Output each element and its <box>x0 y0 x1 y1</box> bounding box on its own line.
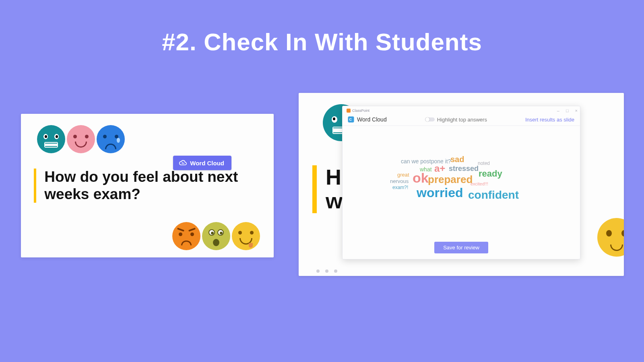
smile-face-icon <box>67 125 95 153</box>
question-text-right: H w <box>326 165 342 213</box>
slide-controls <box>316 269 337 273</box>
word-cloud-popup: ClassPoint – □ × C Word Cloud Highlight … <box>342 106 580 259</box>
emoji-row-top <box>37 125 125 153</box>
cloud-word: a+ <box>434 163 445 174</box>
accent-bar <box>34 169 36 203</box>
question-block-right: H w <box>312 165 342 213</box>
cloud-icon <box>179 159 187 167</box>
word-cloud-area: can we postpone it?sadwhata+stressednote… <box>343 126 580 242</box>
popup-app-name: ClassPoint <box>352 109 369 113</box>
word-cloud-chip[interactable]: C Word Cloud <box>347 116 387 123</box>
emoji-peek <box>597 218 624 258</box>
accent-bar <box>312 165 317 213</box>
word-cloud-button-label: Word Cloud <box>190 160 224 167</box>
popup-toolbar: C Word Cloud Highlight top answers Inser… <box>343 114 580 126</box>
left-slide: Word Cloud How do you feel about next we… <box>21 114 274 257</box>
window-maximize-icon[interactable]: □ <box>566 108 569 113</box>
grimace-face-icon <box>37 125 65 153</box>
cloud-word: nervous <box>390 178 409 184</box>
cloud-word: great <box>397 172 409 178</box>
question-block: How do you feel about next weeks exam? <box>34 169 251 203</box>
word-cloud-icon: C <box>347 116 355 123</box>
page-title: #2. Check In With Students <box>0 28 644 56</box>
happy-face-icon <box>597 218 624 257</box>
highlight-label: Highlight top answers <box>437 117 487 123</box>
cloud-word: confident <box>468 189 519 202</box>
happy-face-icon <box>232 222 260 250</box>
cloud-word: noted <box>478 160 490 166</box>
right-slide: H w ClassPoint – □ × C Word Cloud <box>299 93 624 276</box>
chip-label: Word Cloud <box>357 116 387 123</box>
cloud-word: excited!!! <box>471 181 488 186</box>
svg-rect-0 <box>347 109 351 113</box>
save-for-review-button[interactable]: Save for review <box>434 242 488 253</box>
toggle-icon <box>425 117 435 121</box>
sad-face-icon <box>97 125 125 153</box>
insert-results-link[interactable]: Insert results as slide <box>525 117 574 123</box>
window-close-icon[interactable]: × <box>575 108 578 113</box>
app-logo-icon <box>347 109 351 113</box>
question-text: How do you feel about next weeks exam? <box>44 169 251 203</box>
emoji-row-bottom <box>172 222 260 250</box>
popup-titlebar: ClassPoint – □ × <box>343 106 580 114</box>
cloud-word: ok <box>413 170 429 186</box>
highlight-toggle[interactable]: Highlight top answers <box>425 117 487 123</box>
cloud-word: worried <box>417 185 463 200</box>
cloud-word: ready <box>479 169 502 179</box>
surprised-face-icon <box>202 222 230 250</box>
angry-face-icon <box>172 222 200 250</box>
cloud-word: sad <box>450 155 464 164</box>
cloud-word: exam?! <box>392 185 408 190</box>
window-minimize-icon[interactable]: – <box>557 108 559 113</box>
popup-footer: Save for review <box>343 242 580 259</box>
cloud-word: prepared <box>428 173 473 186</box>
word-cloud-button[interactable]: Word Cloud <box>173 156 231 170</box>
cloud-word: stressed <box>449 165 479 173</box>
svg-text:C: C <box>349 117 352 121</box>
